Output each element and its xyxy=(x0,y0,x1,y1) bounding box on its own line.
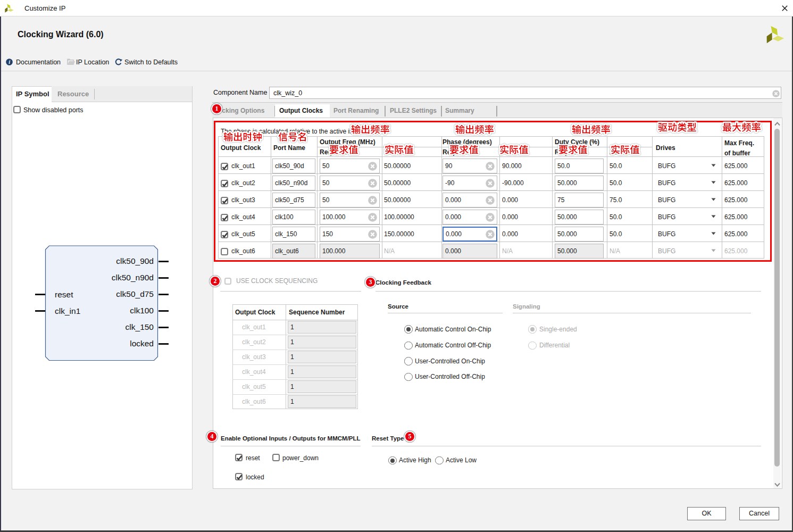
svg-text:i: i xyxy=(9,59,10,65)
